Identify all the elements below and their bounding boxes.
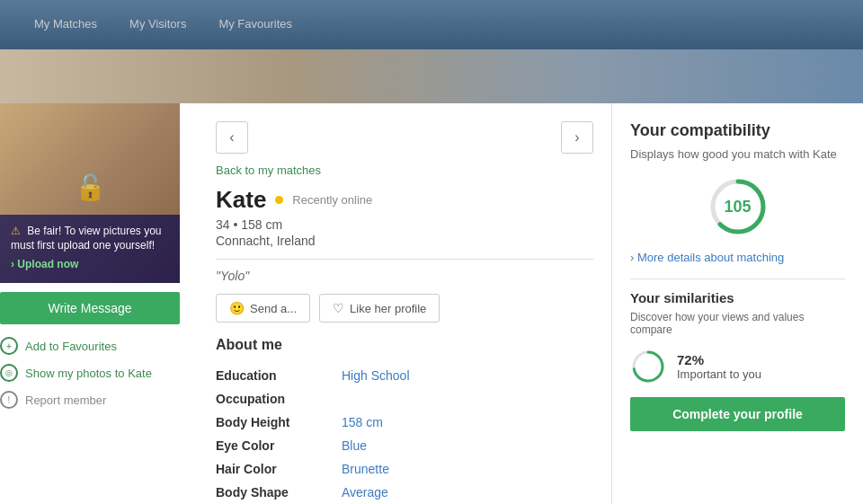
upload-notice: ⚠ Be fair! To view pictures you must fir… <box>0 215 180 283</box>
like-button-label: Like her profile <box>350 302 426 315</box>
send-button-label: Send a... <box>250 302 297 315</box>
profile-photo-box: 🔓 ⚠ Be fair! To view pictures you must f… <box>0 103 180 283</box>
online-status-dot <box>275 196 283 204</box>
compatibility-subtitle: Displays how good you match with Kate <box>630 147 845 161</box>
tab-my-matches[interactable]: My Matches <box>18 10 113 40</box>
lock-icon: 🔓 <box>75 172 106 202</box>
attr-value-eyecolor: Blue <box>342 434 593 457</box>
next-arrow-button[interactable]: › <box>561 121 593 154</box>
more-details-link[interactable]: › More details about matching <box>630 251 845 264</box>
heart-icon: ♡ <box>333 301 344 315</box>
compatibility-title: Your compatibility <box>630 121 845 140</box>
profile-age: 34 <box>216 217 230 232</box>
compatibility-panel: Your compatibility Displays how good you… <box>611 103 863 504</box>
attr-value-bodyheight: 158 cm <box>342 411 593 434</box>
report-label: Report member <box>25 393 106 407</box>
complete-profile-button[interactable]: Complete your profile <box>630 397 845 431</box>
profile-name: Kate <box>216 186 266 214</box>
similarity-percent: 72% <box>677 352 761 367</box>
show-photos-link[interactable]: ◎ Show my photos to Kate <box>0 364 198 382</box>
tab-my-visitors[interactable]: My Visitors <box>113 10 202 40</box>
add-to-favourites-link[interactable]: + Add to Favourites <box>0 337 198 355</box>
attr-value-bodyshape: Average <box>342 481 593 504</box>
navigation-arrows: ‹ › <box>216 112 593 163</box>
about-me-title: About me <box>216 337 593 353</box>
similarity-label: Important to you <box>677 367 761 381</box>
back-to-matches-link[interactable]: Back to my matches <box>216 164 321 177</box>
send-message-button[interactable]: 🙂 Send a... <box>216 294 310 323</box>
warning-icon: ⚠ <box>11 225 21 237</box>
profile-location: Connacht, Ireland <box>216 234 593 248</box>
show-photos-icon: ◎ <box>0 364 18 382</box>
attr-value-haircolor: Brunette <box>342 457 593 481</box>
attr-label-bodyshape: Body Shape <box>216 481 342 504</box>
left-column: 🔓 ⚠ Be fair! To view pictures you must f… <box>0 103 198 504</box>
attr-label-haircolor: Hair Color <box>216 457 342 481</box>
compatibility-score-circle: 105 <box>630 175 845 238</box>
score-circle-container: 105 <box>707 175 770 238</box>
nav-tabs: My Matches My Visitors My Favourites <box>18 10 308 40</box>
table-row: Eye Color Blue <box>216 434 593 457</box>
more-details-label: More details about matching <box>637 251 784 264</box>
table-row: Body Shape Average <box>216 481 593 504</box>
attr-label-eyecolor: Eye Color <box>216 434 342 457</box>
similarity-info: 72% Important to you <box>677 352 761 381</box>
attr-value-occupation <box>342 387 593 411</box>
upload-notice-text: Be fair! To view pictures you must first… <box>11 225 162 252</box>
table-row: Education High School <box>216 364 593 387</box>
attr-label-occupation: Occupation <box>216 387 342 411</box>
like-profile-button[interactable]: ♡ Like her profile <box>319 294 440 323</box>
profile-name-row: Kate Recently online <box>216 186 593 214</box>
table-row: Body Height 158 cm <box>216 411 593 434</box>
table-row: Occupation <box>216 387 593 411</box>
attr-label-education: Education <box>216 364 342 387</box>
profile-height: 158 cm <box>241 217 282 232</box>
add-fav-icon: + <box>0 337 18 355</box>
prev-arrow-button[interactable]: ‹ <box>216 121 248 154</box>
attr-value-education: High School <box>342 364 593 387</box>
report-icon: ! <box>0 391 18 409</box>
profile-attributes-table: Education High School Occupation Body He… <box>216 364 593 504</box>
add-fav-label: Add to Favourites <box>25 340 117 353</box>
tab-my-favourites[interactable]: My Favourites <box>202 10 308 40</box>
similarities-title: Your similarities <box>630 290 845 305</box>
top-navigation: My Matches My Visitors My Favourites <box>0 0 863 49</box>
similarity-circle-svg <box>630 349 666 385</box>
profile-age-height: 34 • 158 cm <box>216 217 593 232</box>
upload-link[interactable]: › Upload now <box>11 257 169 272</box>
report-member-link[interactable]: ! Report member <box>0 391 198 409</box>
table-row: Hair Color Brunette <box>216 457 593 481</box>
profile-quote: "Yolo" <box>216 269 593 283</box>
smile-icon: 🙂 <box>229 301 245 315</box>
panel-divider-1 <box>630 279 845 279</box>
action-links: + Add to Favourites ◎ Show my photos to … <box>0 337 198 409</box>
attr-label-bodyheight: Body Height <box>216 411 342 434</box>
show-photos-label: Show my photos to Kate <box>25 367 152 380</box>
mid-column: ‹ › Back to my matches Kate Recently onl… <box>198 103 611 504</box>
write-message-button[interactable]: Write Message <box>0 292 180 324</box>
hero-banner <box>0 49 863 103</box>
online-status-text: Recently online <box>292 193 372 207</box>
similarity-row: 72% Important to you <box>630 349 845 385</box>
divider-1 <box>216 259 593 260</box>
similarities-subtitle: Discover how your views and values compa… <box>630 311 845 336</box>
profile-action-buttons: 🙂 Send a... ♡ Like her profile <box>216 294 593 323</box>
compatibility-score-value: 105 <box>724 198 751 217</box>
